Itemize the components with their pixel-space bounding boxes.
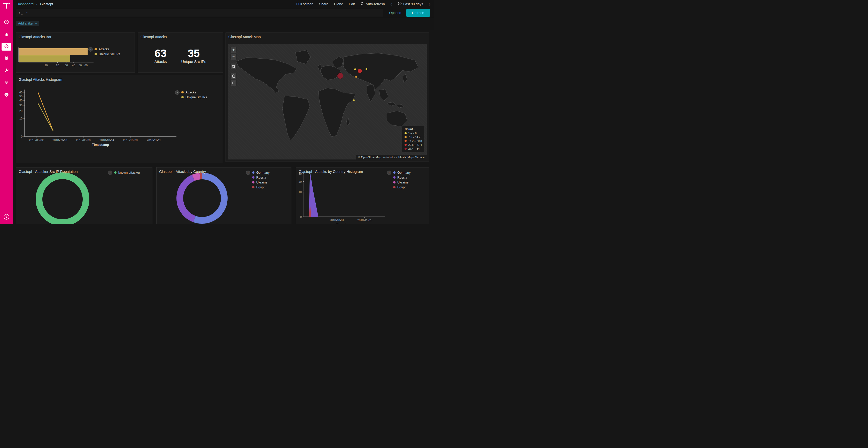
attack-marker [337, 73, 343, 79]
breadcrumb: Dashboard / Glastopf [17, 2, 53, 6]
legend-item[interactable]: Egypt [393, 185, 410, 190]
sidebar-item-visualize[interactable] [2, 31, 11, 38]
attack-marker [358, 69, 362, 73]
map-legend-color-dot [405, 136, 407, 138]
sidebar-collapse-button[interactable] [3, 214, 9, 221]
legend-item[interactable]: Egypt [252, 185, 270, 190]
legend-color-dot [114, 171, 117, 174]
legend-color-dot [393, 186, 396, 188]
time-range-button[interactable]: Last 90 days [398, 2, 423, 6]
legend-label: known attacker [118, 171, 140, 174]
crop-tool-button[interactable] [230, 63, 237, 69]
chart-legend: GermanyRussiaUkraineEgypt [252, 170, 270, 190]
metric-unique-src-ips: 35 Unique Src IPs [181, 48, 206, 64]
legend-item[interactable]: Germany [393, 170, 410, 175]
legend-item[interactable]: Attacks [95, 47, 120, 51]
legend-item[interactable]: Ukraine [252, 180, 270, 185]
options-button[interactable]: Options [389, 11, 401, 15]
legend-toggle-button[interactable]: › [88, 47, 93, 51]
map-legend-label: 27.4 – 34 [408, 147, 420, 150]
svg-text:40: 40 [72, 64, 75, 67]
map-legend-item: 27.4 – 34 [405, 146, 422, 150]
map-legend-color-dot [405, 148, 407, 150]
query-input-container[interactable]: >_ [16, 9, 383, 17]
plus-icon: + [35, 22, 37, 25]
metric-label: Attacks [154, 60, 167, 64]
legend-color-dot [252, 176, 254, 179]
legend-label: Egypt [397, 185, 406, 189]
sidebar-item-devtools[interactable] [2, 67, 11, 75]
elastic-maps-service-link[interactable]: Elastic Maps Service [398, 156, 425, 159]
sidebar-item-management[interactable] [2, 91, 11, 99]
svg-text:2018-11-01: 2018-11-01 [357, 218, 371, 222]
query-input[interactable] [26, 10, 380, 15]
sidebar-item-honeypot[interactable] [2, 55, 11, 63]
map-count-legend: Count 1 – 7.67.6 – 14.214.2 – 20.820.8 –… [402, 126, 424, 152]
donut-chart [16, 168, 152, 224]
world-map[interactable]: + − Count 1 – 7.67.6 – 14.214.2 – 20.820… [228, 44, 427, 160]
heart-pulse-icon [4, 80, 9, 86]
svg-text:2018-09-02: 2018-09-02 [29, 139, 43, 142]
chart-legend: GermanyRussiaUkraineEgypt [393, 170, 410, 190]
legend-label: Germany [397, 171, 410, 174]
legend-label: Ukraine [256, 181, 268, 184]
rectangle-tool-button[interactable] [230, 80, 237, 86]
time-forward-button[interactable]: › [429, 2, 430, 6]
query-bar: >_ Options Refresh [13, 8, 434, 18]
polygon-tool-button[interactable] [230, 73, 237, 79]
panel-attacks-bar: Glastopf Attacks Bar 102030405060 › Atta… [16, 33, 135, 72]
panel-title: Glastopf Attacks Histogram [16, 75, 223, 81]
legend-item[interactable]: Attacks [181, 90, 207, 95]
legend-color-dot [252, 181, 254, 183]
top-nav-bar: Dashboard / Glastopf Full screen Share C… [13, 0, 434, 8]
breadcrumb-dashboard-link[interactable]: Dashboard [17, 2, 34, 6]
time-back-button[interactable]: ‹ [391, 2, 392, 6]
add-filter-button[interactable]: Add a filter + [16, 21, 39, 26]
legend-item[interactable]: Russia [252, 175, 270, 180]
svg-text:2018-10-14: 2018-10-14 [99, 139, 114, 142]
panel-title: Glastopf Attacks Bar [16, 33, 134, 39]
legend-item[interactable]: known attacker [114, 170, 140, 175]
panel-title: Glastopf Attack Map [226, 33, 429, 39]
zoom-out-button[interactable]: − [230, 54, 237, 60]
legend-toggle-button[interactable]: › [246, 171, 250, 175]
legend-item[interactable]: Unique Src IPs [181, 95, 207, 100]
auto-refresh-button[interactable]: Auto-refresh [361, 2, 385, 6]
chart-legend: known attacker [114, 170, 140, 175]
legend-toggle-button[interactable]: › [108, 171, 113, 175]
legend-color-dot [393, 171, 396, 174]
legend-toggle-button[interactable]: › [175, 90, 180, 95]
bot-icon [4, 56, 9, 62]
legend-label: Unique Src IPs [99, 53, 120, 56]
refresh-button[interactable]: Refresh [406, 9, 430, 17]
donut-chart [157, 168, 291, 224]
legend-color-dot [393, 181, 396, 183]
svg-text:30: 30 [20, 104, 23, 107]
zoom-in-button[interactable]: + [230, 47, 237, 53]
panel-attack-map: Glastopf Attack Map [225, 33, 429, 162]
map-legend-label: 20.8 – 27.4 [408, 143, 422, 146]
legend-item[interactable]: Russia [393, 175, 410, 180]
sidebar-item-dashboard[interactable] [2, 43, 11, 50]
svg-text:50: 50 [79, 64, 82, 67]
share-button[interactable]: Share [319, 2, 328, 6]
clone-button[interactable]: Clone [334, 2, 343, 6]
legend-item[interactable]: Germany [252, 170, 270, 175]
legend-item[interactable]: Unique Src IPs [95, 51, 120, 57]
attack-marker [354, 68, 356, 70]
legend-label: Russia [397, 176, 407, 179]
svg-text:10: 10 [299, 191, 302, 194]
map-legend-title: Count [405, 128, 422, 131]
legend-toggle-button[interactable]: › [387, 171, 392, 175]
clock-icon [398, 2, 402, 6]
svg-text:2018-10-28: 2018-10-28 [123, 139, 137, 142]
legend-label: Attacks [185, 91, 196, 94]
openstreetmap-link[interactable]: OpenStreetMap [361, 156, 381, 159]
svg-text:Timestamp: Timestamp [336, 223, 353, 224]
sidebar-item-discover[interactable] [2, 19, 11, 26]
sidebar-item-monitoring[interactable] [2, 79, 11, 87]
legend-item[interactable]: Ukraine [393, 180, 410, 185]
full-screen-button[interactable]: Full screen [296, 2, 313, 6]
edit-button[interactable]: Edit [349, 2, 355, 6]
svg-text:20: 20 [299, 180, 302, 183]
